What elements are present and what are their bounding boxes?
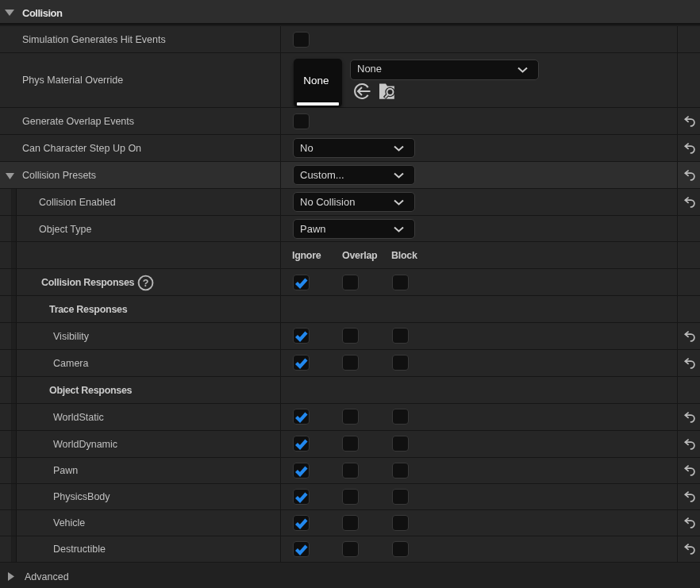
svg-text:?: ? xyxy=(143,278,149,289)
